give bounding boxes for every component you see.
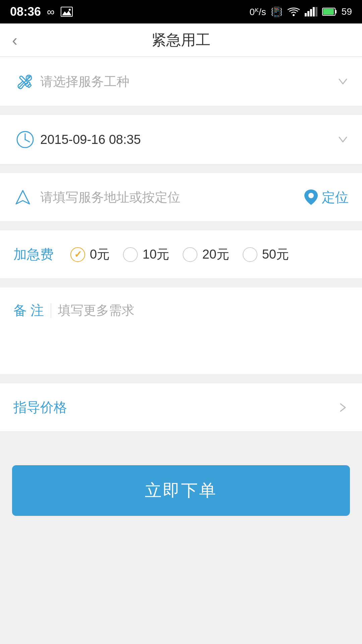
svg-rect-10 — [335, 10, 337, 13]
network-speed: 0ᴷ/s — [249, 6, 266, 17]
status-bar: 08:36 ∞ 0ᴷ/s 📳 59 — [0, 0, 362, 23]
divider-4 — [0, 279, 362, 287]
service-type-section: 请选择服务工种 — [0, 57, 362, 106]
urgency-fee-section: 加急费 0元 10元 20元 50元 — [0, 230, 362, 279]
battery-percent: 59 — [342, 6, 352, 17]
address-row[interactable]: 请填写服务地址或按定位 定位 — [0, 173, 362, 222]
notes-section: 备 注 填写更多需求 — [0, 287, 362, 375]
wrench-icon — [13, 72, 37, 91]
guide-price-section[interactable]: 指导价格 — [0, 383, 362, 432]
address-placeholder: 请填写服务地址或按定位 — [40, 189, 304, 206]
fee-option-0-label: 0元 — [90, 246, 110, 263]
divider-5 — [0, 375, 362, 383]
signal-icon — [305, 7, 317, 16]
bottom-section: 立即下单 — [0, 452, 362, 529]
location-button[interactable]: 定位 — [304, 188, 349, 207]
fee-option-3[interactable]: 50元 — [243, 246, 289, 263]
fee-option-2-label: 20元 — [202, 246, 229, 263]
svg-rect-14 — [27, 84, 31, 88]
svg-point-23 — [308, 193, 314, 198]
divider-1 — [0, 106, 362, 115]
service-type-placeholder: 请选择服务工种 — [40, 73, 337, 90]
svg-point-2 — [69, 9, 71, 11]
notes-separator — [51, 303, 51, 318]
wifi-icon — [287, 7, 300, 16]
fee-option-2[interactable]: 20元 — [183, 246, 229, 263]
fee-option-0[interactable]: 0元 — [70, 246, 110, 263]
page-header: ‹ 紧急用工 — [0, 23, 362, 57]
notes-header: 备 注 填写更多需求 — [13, 301, 349, 320]
radio-0[interactable] — [70, 247, 85, 262]
chevron-down-icon — [337, 76, 349, 87]
svg-marker-22 — [16, 191, 29, 204]
divider-3 — [0, 222, 362, 230]
main-content: 请选择服务工种 2015-09-16 08:35 — [0, 57, 362, 529]
divider-2 — [0, 164, 362, 173]
submit-button[interactable]: 立即下单 — [12, 465, 350, 516]
fee-option-3-label: 50元 — [262, 246, 289, 263]
map-pin-icon — [304, 189, 318, 206]
location-label: 定位 — [322, 188, 349, 207]
service-type-row[interactable]: 请选择服务工种 — [0, 57, 362, 106]
fee-row: 加急费 0元 10元 20元 50元 — [13, 245, 349, 264]
svg-rect-5 — [307, 11, 309, 16]
fee-label: 加急费 — [13, 245, 54, 264]
status-left: 08:36 ∞ — [10, 5, 73, 19]
status-icon-loop: ∞ — [47, 6, 55, 18]
vibrate-icon: 📳 — [271, 6, 283, 17]
battery-icon — [322, 7, 337, 16]
chevron-down-icon-2 — [337, 134, 349, 145]
fee-option-1-label: 10元 — [142, 246, 169, 263]
svg-rect-11 — [323, 9, 334, 15]
location-nav-icon — [13, 188, 37, 207]
notes-placeholder[interactable]: 填写更多需求 — [58, 301, 134, 320]
datetime-section: 2015-09-16 08:35 — [0, 115, 362, 164]
radio-1[interactable] — [123, 247, 138, 262]
svg-line-21 — [25, 140, 29, 142]
guide-price-label: 指导价格 — [13, 398, 337, 417]
chevron-right-icon — [337, 402, 349, 413]
svg-rect-8 — [315, 7, 317, 16]
svg-rect-6 — [310, 9, 312, 16]
status-time: 08:36 — [10, 5, 41, 19]
radio-3[interactable] — [243, 247, 257, 262]
svg-rect-4 — [305, 13, 307, 16]
notes-label: 备 注 — [13, 301, 44, 320]
radio-2[interactable] — [183, 247, 197, 262]
clock-icon — [13, 130, 37, 149]
svg-point-3 — [293, 14, 295, 16]
status-icon-image — [61, 7, 73, 17]
svg-marker-1 — [62, 11, 71, 15]
back-button[interactable]: ‹ — [12, 31, 17, 49]
bottom-spacer — [0, 432, 362, 452]
status-right: 0ᴷ/s 📳 59 — [249, 6, 352, 17]
page-title: 紧急用工 — [152, 30, 210, 50]
datetime-value: 2015-09-16 08:35 — [40, 132, 337, 147]
address-section: 请填写服务地址或按定位 定位 — [0, 173, 362, 222]
fee-option-1[interactable]: 10元 — [123, 246, 169, 263]
svg-rect-7 — [313, 7, 315, 16]
datetime-row[interactable]: 2015-09-16 08:35 — [0, 115, 362, 164]
